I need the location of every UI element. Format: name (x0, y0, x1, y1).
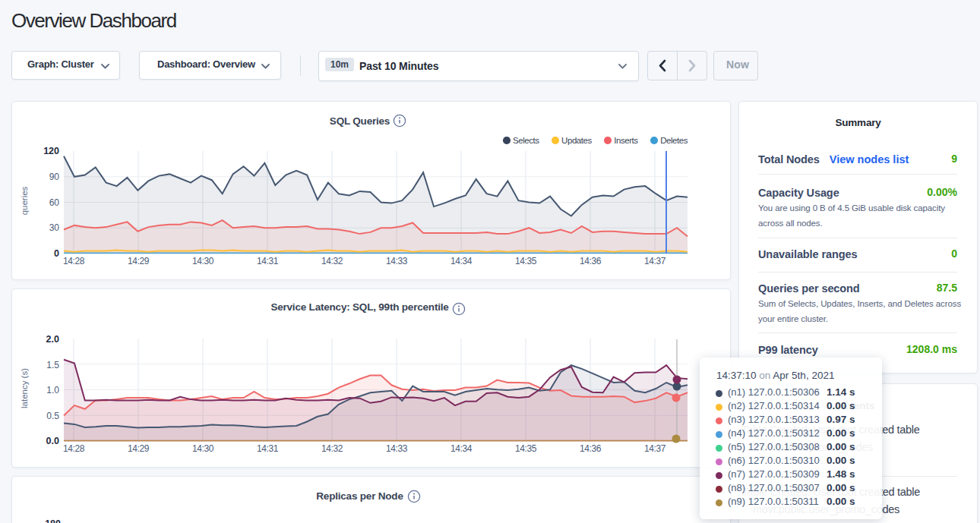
svg-text:14:29: 14:29 (128, 256, 150, 266)
svg-text:14:35: 14:35 (515, 443, 537, 454)
svg-text:0.0: 0.0 (46, 436, 59, 446)
svg-text:14:36: 14:36 (580, 443, 602, 454)
svg-text:60: 60 (49, 197, 60, 208)
svg-text:30: 30 (49, 222, 60, 233)
svg-text:14:28: 14:28 (63, 256, 85, 266)
svg-text:14:34: 14:34 (450, 256, 473, 266)
svg-text:14:31: 14:31 (257, 256, 279, 266)
svg-text:14:36: 14:36 (580, 256, 602, 266)
svg-text:2.0: 2.0 (46, 334, 59, 345)
svg-text:14:34: 14:34 (450, 443, 473, 454)
svg-text:1.0: 1.0 (46, 385, 59, 395)
svg-text:queries: queries (20, 186, 29, 215)
svg-text:120: 120 (43, 146, 59, 156)
svg-text:14:35: 14:35 (515, 256, 537, 266)
svg-text:14:32: 14:32 (321, 256, 343, 266)
svg-text:14:31: 14:31 (257, 443, 279, 454)
svg-text:14:28: 14:28 (63, 443, 85, 454)
svg-text:1.5: 1.5 (46, 360, 59, 370)
svg-text:14:37: 14:37 (644, 256, 666, 266)
svg-text:14:32: 14:32 (321, 443, 343, 454)
svg-text:90: 90 (49, 172, 60, 182)
svg-text:latency (s): latency (s) (20, 368, 29, 408)
svg-text:14:29: 14:29 (128, 443, 150, 454)
svg-text:14:30: 14:30 (192, 256, 214, 266)
svg-text:14:33: 14:33 (386, 256, 408, 266)
svg-text:14:33: 14:33 (386, 443, 408, 454)
svg-text:0: 0 (54, 248, 59, 259)
svg-text:14:37: 14:37 (644, 443, 666, 454)
svg-text:14:30: 14:30 (192, 443, 214, 454)
svg-text:0.5: 0.5 (46, 411, 59, 421)
